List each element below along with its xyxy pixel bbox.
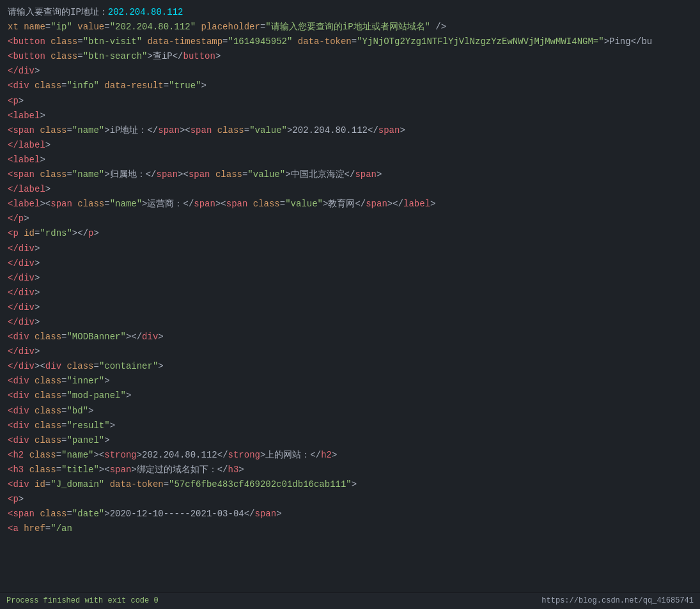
- line-26: <div class="inner">: [8, 374, 692, 389]
- ip-display: 202.204.80.112: [108, 7, 183, 17]
- line-12: <span class="name">归属地：</span><span clas…: [8, 167, 692, 182]
- line-6: <div class="info" data-result="true">: [8, 79, 692, 93]
- line-15: </p>: [8, 212, 692, 226]
- line-11: <label>: [8, 153, 692, 167]
- line-25: </div><div class="container">: [8, 359, 692, 374]
- line-35: <span class="date">2020-12-10-----2021-0…: [8, 507, 692, 521]
- line-22: </div>: [8, 315, 692, 330]
- line-17: </div>: [8, 242, 692, 256]
- line-prompt: 请输入要查询的IP地址：202.204.80.112: [8, 5, 692, 20]
- code-editor: 请输入要查询的IP地址：202.204.80.112 xt name="ip" …: [0, 0, 700, 586]
- line-4: <button class="btn-search">查iP</button>: [8, 49, 692, 64]
- line-30: <div class="panel">: [8, 433, 692, 448]
- prompt-text: 请输入要查询的IP地址：: [8, 7, 108, 17]
- line-empty-2: [8, 551, 692, 566]
- line-18: </div>: [8, 256, 692, 271]
- line-8: <label>: [8, 109, 692, 123]
- line-36: <a href="/an: [8, 521, 692, 536]
- line-24: </div>: [8, 344, 692, 359]
- line-empty-1: [8, 536, 692, 551]
- line-20: </div>: [8, 286, 692, 300]
- line-34: <p>: [8, 492, 692, 507]
- line-empty-4: [8, 581, 692, 586]
- status-bar: Process finished with exit code 0 https:…: [0, 592, 700, 609]
- line-31: <h2 class="name"><strong>202.204.80.112<…: [8, 448, 692, 463]
- line-27: <div class="mod-panel">: [8, 389, 692, 403]
- line-16: <p id="rdns"></p>: [8, 226, 692, 241]
- line-empty-3: [8, 566, 692, 581]
- line-10: </label>: [8, 138, 692, 153]
- line-14: <label><span class="name">运营商：</span><sp…: [8, 197, 692, 212]
- line-33: <div id="J_domain" data-token="57cf6fbe4…: [8, 477, 692, 492]
- line-32: <h3 class="title"><span>绑定过的域名如下：</h3>: [8, 463, 692, 477]
- status-text-left: Process finished with exit code 0: [6, 595, 159, 607]
- line-28: <div class="bd">: [8, 404, 692, 419]
- line-29: <div class="result">: [8, 419, 692, 433]
- line-3: <button class="btn-visit" data-timestamp…: [8, 35, 692, 49]
- line-5: </div>: [8, 64, 692, 79]
- line-21: </div>: [8, 300, 692, 315]
- line-13: </label>: [8, 182, 692, 197]
- line-19: </div>: [8, 271, 692, 286]
- line-9: <span class="name">iP地址：</span><span cla…: [8, 123, 692, 138]
- status-url: https://blog.csdn.net/qq_41685741: [541, 595, 694, 607]
- line-23: <div class="MODBanner"></div>: [8, 330, 692, 344]
- line-7: <p>: [8, 94, 692, 109]
- line-2: xt name="ip" value="202.204.80.112" plac…: [8, 20, 692, 35]
